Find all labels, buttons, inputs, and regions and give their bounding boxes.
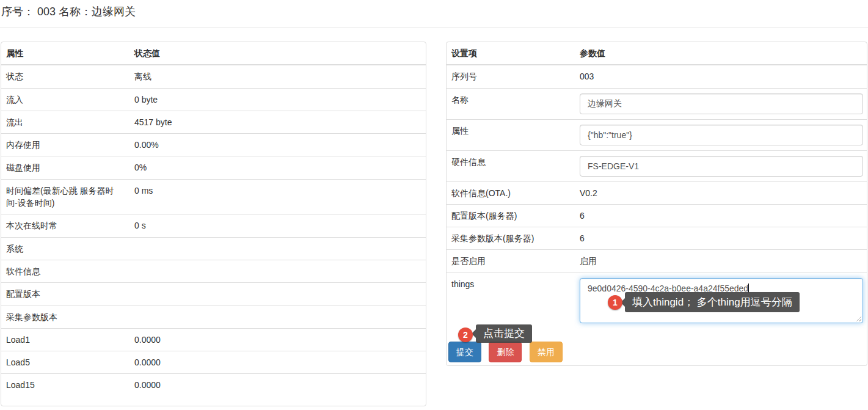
status-label-online-duration: 本次在线时常 [1,214,129,237]
status-label-collect-version: 采集参数版本 [1,306,129,328]
settings-row-attributes: 属性 [447,119,867,150]
settings-label-name: 名称 [447,88,575,119]
status-table-body: 状态离线流入0 byte流出4517 byte内存使用0.00%磁盘使用0%时间… [1,65,426,396]
status-label-status: 状态 [1,65,129,88]
settings-label-things: things [447,273,575,328]
settings-cell-name [575,88,867,119]
resize-handle-icon[interactable] [855,315,861,321]
status-row-load1: Load10.0000 [1,328,426,351]
status-label-system: 系统 [1,237,129,260]
status-value-load15: 0.0000 [129,374,426,397]
status-header-attribute: 属性 [1,42,129,65]
status-value-load1: 0.0000 [129,328,426,351]
status-value-collect-version [129,306,426,328]
status-row-disk-usage: 磁盘使用0% [1,156,426,179]
settings-header-param: 参数值 [575,42,867,65]
settings-table-body: 序列号003名称属性硬件信息软件信息(OTA.)V0.2配置版本(服务器)6采集… [447,65,867,328]
status-value-traffic-in: 0 byte [129,88,426,111]
status-row-collect-version: 采集参数版本 [1,306,426,328]
settings-table-header-row: 设置项 参数值 [447,42,867,65]
status-row-software-info: 软件信息 [1,260,426,282]
device-detail-page: 序号： 003 名称：边缘网关 属性 状态值 状态离线流入0 byte流出451… [0,0,868,410]
status-value-traffic-out: 4517 byte [129,111,426,133]
status-row-status: 状态离线 [1,65,426,88]
status-label-memory-usage: 内存使用 [1,134,129,156]
settings-header-item: 设置项 [447,42,575,65]
settings-cell-hardware-info [575,150,867,181]
settings-panel: 设置项 参数值 序列号003名称属性硬件信息软件信息(OTA.)V0.2配置版本… [446,42,867,366]
settings-label-enabled: 是否启用 [447,250,575,273]
action-buttons: 提交 删除 禁用 [448,342,567,362]
status-label-traffic-out: 流出 [1,111,129,133]
status-row-memory-usage: 内存使用0.00% [1,134,426,156]
settings-cell-attributes [575,119,867,150]
settings-label-attributes: 属性 [447,119,575,150]
hardware-info-input[interactable] [580,156,863,177]
title-divider [0,27,868,27]
status-row-load5: Load50.0000 [1,351,426,374]
status-value-config-version [129,283,426,306]
settings-label-serial-number: 序列号 [447,65,575,88]
status-header-value: 状态值 [129,42,426,65]
status-value-software-info [129,260,426,282]
settings-row-hardware-info: 硬件信息 [447,150,867,181]
settings-row-serial-number: 序列号003 [447,65,867,88]
status-row-traffic-in: 流入0 byte [1,88,426,111]
settings-row-software-info-ota: 软件信息(OTA.)V0.2 [447,181,867,204]
status-table-header-row: 属性 状态值 [1,42,426,65]
delete-button[interactable]: 删除 [489,342,522,362]
settings-cell-software-info-ota: V0.2 [575,181,867,204]
status-label-load15: Load15 [1,374,129,397]
settings-table: 设置项 参数值 序列号003名称属性硬件信息软件信息(OTA.)V0.2配置版本… [447,42,867,328]
status-row-config-version: 配置版本 [1,283,426,306]
status-value-load5: 0.0000 [129,351,426,374]
settings-cell-serial-number: 003 [575,65,867,88]
attributes-input[interactable] [580,125,863,145]
settings-label-software-info-ota: 软件信息(OTA.) [447,181,575,204]
name-input[interactable] [580,93,863,114]
status-value-system [129,237,426,260]
settings-label-config-version-server: 配置版本(服务器) [447,204,575,227]
status-label-time-offset: 时间偏差(最新心跳 服务器时间-设备时间) [1,179,129,214]
status-row-system: 系统 [1,237,426,260]
text-cursor [748,284,749,293]
settings-row-name: 名称 [447,88,867,119]
settings-row-enabled: 是否启用启用 [447,250,867,273]
status-value-online-duration: 0 s [129,214,426,237]
status-row-load15: Load150.0000 [1,374,426,397]
status-row-online-duration: 本次在线时常0 s [1,214,426,237]
status-value-time-offset: 0 ms [129,179,426,214]
step-1-badge: 1 [608,295,622,310]
status-row-time-offset: 时间偏差(最新心跳 服务器时间-设备时间)0 ms [1,179,426,214]
settings-label-hardware-info: 硬件信息 [447,150,575,181]
step-2-tooltip: 点击提交 [476,324,532,343]
step-2-badge: 2 [458,328,473,342]
status-panel: 属性 状态值 状态离线流入0 byte流出4517 byte内存使用0.00%磁… [1,42,426,406]
status-label-traffic-in: 流入 [1,88,129,111]
settings-cell-enabled: 启用 [575,250,867,273]
status-label-load5: Load5 [1,351,129,374]
status-row-traffic-out: 流出4517 byte [1,111,426,133]
settings-row-config-version-server: 配置版本(服务器)6 [447,204,867,227]
settings-row-collect-version-server: 采集参数版本(服务器)6 [447,227,867,250]
status-label-disk-usage: 磁盘使用 [1,156,129,179]
step-1-tooltip-text: 填入thingid； 多个thing用逗号分隔 [632,296,792,308]
disable-button[interactable]: 禁用 [530,342,563,362]
status-value-status: 离线 [129,65,426,88]
status-label-software-info: 软件信息 [1,260,129,282]
settings-cell-collect-version-server: 6 [575,227,867,250]
step-1-tooltip: 填入thingid； 多个thing用逗号分隔 [625,292,800,312]
submit-button[interactable]: 提交 [448,342,481,362]
settings-label-collect-version-server: 采集参数版本(服务器) [447,227,575,250]
page-title: 序号： 003 名称：边缘网关 [1,4,136,19]
settings-cell-config-version-server: 6 [575,204,867,227]
status-label-load1: Load1 [1,328,129,351]
status-table: 属性 状态值 状态离线流入0 byte流出4517 byte内存使用0.00%磁… [1,42,426,397]
status-value-disk-usage: 0% [129,156,426,179]
status-value-memory-usage: 0.00% [129,134,426,156]
status-label-config-version: 配置版本 [1,283,129,306]
step-2-tooltip-text: 点击提交 [483,328,525,339]
